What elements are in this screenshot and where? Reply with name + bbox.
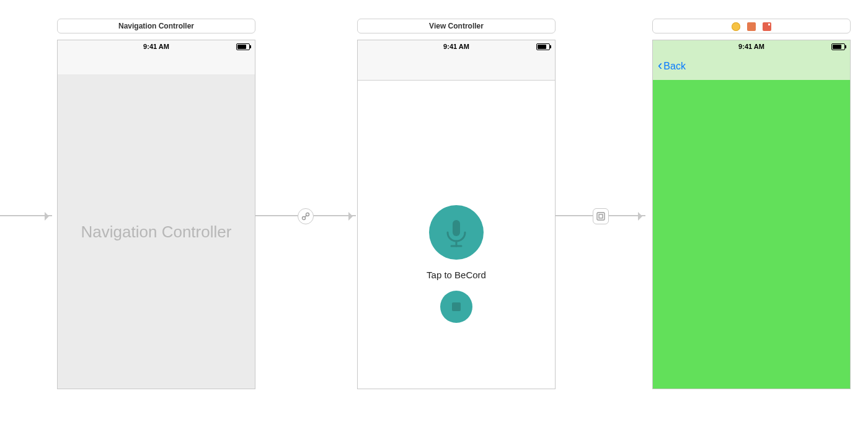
scene3-nav-bar: ‹ Back (653, 53, 850, 80)
ib-badge3-icon (763, 22, 771, 31)
record-button[interactable] (429, 205, 484, 260)
scene1-title-bar[interactable]: Navigation Controller (57, 19, 255, 33)
scene2-nav-bar (358, 53, 555, 81)
segue-initial-arrow[interactable] (0, 215, 52, 216)
scene2-title-text: View Controller (429, 22, 484, 30)
battery-icon (831, 43, 845, 50)
scene3-title-bar[interactable] (652, 19, 851, 33)
svg-rect-3 (453, 220, 460, 236)
storyboard-canvas[interactable]: Navigation Controller 9:41 AM Navigation… (0, 0, 868, 427)
scene1-title-text: Navigation Controller (118, 22, 194, 30)
stop-button[interactable] (440, 291, 472, 323)
back-button-label: Back (663, 53, 686, 80)
scene1-nav-bar (58, 53, 255, 75)
segue-show-icon (593, 208, 609, 224)
back-button[interactable]: ‹ Back (658, 53, 686, 80)
scene2-status-bar: 9:41 AM (358, 40, 555, 53)
scene1-status-bar: 9:41 AM (58, 40, 255, 53)
svg-rect-6 (597, 213, 604, 220)
scene2-content: Tap to BeCord (358, 80, 555, 389)
segue-show-arrow[interactable] (556, 215, 645, 216)
scene3-phone[interactable]: 9:41 AM ‹ Back (652, 40, 851, 389)
scene3-status-time: 9:41 AM (738, 43, 764, 50)
svg-rect-7 (599, 214, 603, 218)
scene1-phone[interactable]: 9:41 AM Navigation Controller (57, 40, 255, 389)
scene2-status-time: 9:41 AM (443, 43, 469, 50)
svg-line-2 (305, 216, 307, 218)
ib-badge2-icon (747, 22, 756, 31)
segue-root-icon (298, 208, 314, 224)
scene2-title-bar[interactable]: View Controller (357, 19, 556, 33)
ib-badge1-icon (732, 22, 740, 31)
scene3-status-bar: 9:41 AM (653, 40, 850, 53)
stop-icon (452, 302, 461, 311)
scene1-content: Navigation Controller (58, 74, 255, 389)
scene2-phone[interactable]: 9:41 AM Tap to BeCord (357, 40, 556, 389)
scene1-placeholder-text: Navigation Controller (58, 222, 255, 241)
scene3-content (653, 80, 850, 389)
chevron-left-icon: ‹ (658, 52, 662, 79)
battery-icon (536, 43, 550, 50)
battery-icon (236, 43, 250, 50)
segue-root-arrow[interactable] (255, 215, 356, 216)
record-button-label: Tap to BeCord (358, 270, 555, 280)
scene1-status-time: 9:41 AM (143, 43, 169, 50)
